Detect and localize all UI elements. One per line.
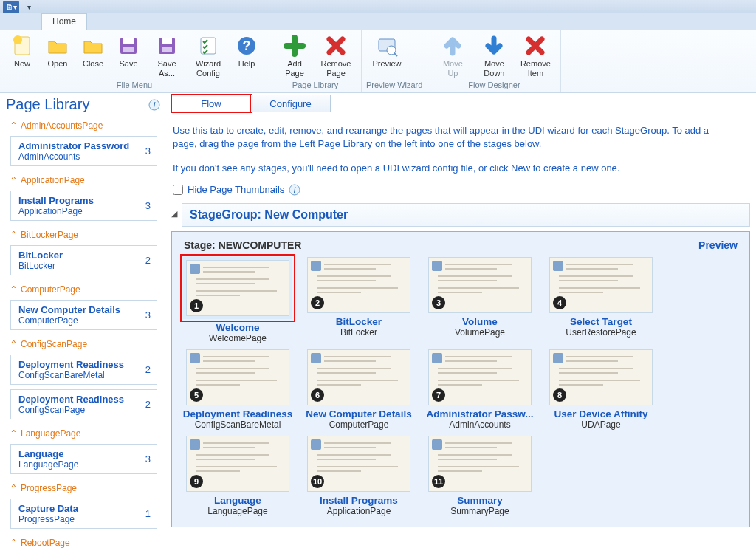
open-button[interactable]: Open xyxy=(40,31,75,81)
stage-page-thumb[interactable]: 6New Computer DetailsComputerPage xyxy=(303,349,414,430)
page-number-badge: 4 xyxy=(553,296,566,309)
wizard-config-button[interactable]: WizardConfig xyxy=(188,31,229,81)
library-group-bitlockerpage[interactable]: BitLockerPage xyxy=(4,225,160,243)
stage-preview-link[interactable]: Preview xyxy=(698,239,738,251)
library-item[interactable]: Install ProgramsApplicationPage3 xyxy=(10,191,157,221)
library-item-title: Deployment Readiness xyxy=(18,394,124,405)
library-group-applicationpage[interactable]: ApplicationPage xyxy=(4,171,160,188)
page-thumb-sub: VolumePage xyxy=(455,327,505,338)
main-area: FlowConfigure Use this tab to create, ed… xyxy=(165,93,756,548)
library-item-sub: ConfigScanPage xyxy=(18,405,124,415)
subtab-configure[interactable]: Configure xyxy=(251,95,331,112)
subtab-flow[interactable]: Flow xyxy=(171,95,251,112)
hide-thumbnails-checkbox[interactable] xyxy=(173,185,183,195)
hide-thumbnails-label[interactable]: Hide Page Thumbnails xyxy=(188,184,284,195)
info-icon[interactable]: i xyxy=(289,184,300,196)
subtab-strip: FlowConfigure xyxy=(171,95,750,112)
info-icon[interactable]: i xyxy=(148,99,160,111)
close-button[interactable]: Close xyxy=(75,31,111,81)
stagegroup-header[interactable]: StageGroup: New Computer xyxy=(182,203,750,227)
page-thumb-title: User Device Affinity xyxy=(554,408,647,419)
library-group-languagepage[interactable]: LanguagePage xyxy=(4,424,160,442)
stagegroup-toggle[interactable]: ◢ xyxy=(171,203,177,219)
page-thumb-sub: SummaryPage xyxy=(450,506,509,516)
ribbon-button-label: SaveAs... xyxy=(157,59,176,78)
library-item[interactable]: Deployment ReadinessConfigScanPage2 xyxy=(10,389,157,419)
stage-page-thumb[interactable]: 2BitLockerBitLocker xyxy=(303,257,414,343)
flow-description-1: Use this tab to create, edit, remove, an… xyxy=(171,112,718,154)
ribbon-group-flow-designer: MoveUpMoveDownRemoveItemFlow Designer xyxy=(427,30,561,92)
app-menu-button[interactable]: 🗎▾ xyxy=(3,1,19,13)
library-item-count: 3 xyxy=(145,453,151,465)
page-number-badge: 6 xyxy=(311,388,324,402)
ribbon-button-label: Save xyxy=(119,59,137,69)
ribbon-button-label: New xyxy=(14,59,30,69)
page-number-badge: 5 xyxy=(190,388,203,402)
page-thumb-title: Administrator Passw... xyxy=(426,408,533,419)
stage-page-thumb[interactable]: 9LanguageLanguagePage xyxy=(182,436,293,516)
library-item-count: 2 xyxy=(145,255,151,266)
ribbon-tab-home[interactable]: Home xyxy=(41,13,87,30)
stage-page-thumb[interactable]: 11SummarySummaryPage xyxy=(425,436,535,516)
svg-rect-8 xyxy=(162,47,172,52)
library-item[interactable]: Capture DataProgressPage1 xyxy=(10,499,157,529)
library-group-progresspage[interactable]: ProgressPage xyxy=(4,479,160,496)
page-thumbnail-preview: 5 xyxy=(186,349,289,405)
folder-icon xyxy=(81,34,105,58)
library-item-count: 2 xyxy=(145,399,151,410)
library-item[interactable]: New Computer DetailsComputerPage3 xyxy=(10,300,157,330)
page-thumbnail-preview: 3 xyxy=(428,257,532,313)
hide-thumbnails-row: Hide Page Thumbnails i xyxy=(171,179,750,203)
flow-description-2: If you don't see any stages, you'll need… xyxy=(171,154,718,179)
stage-page-thumb[interactable]: 7Administrator Passw...AdminAccounts xyxy=(425,349,535,430)
page-thumb-title: Language xyxy=(214,495,261,506)
help-icon: ? xyxy=(235,34,258,58)
library-item-title: Deployment Readiness xyxy=(18,359,124,370)
library-group-configscanpage[interactable]: ConfigScanPage xyxy=(4,335,160,352)
ribbon-button-label: WizardConfig xyxy=(196,59,221,78)
stage-name: Stage: NEWCOMPUTER xyxy=(184,239,301,251)
page-thumb-sub: BitLocker xyxy=(340,327,377,338)
qat-dropdown-button[interactable]: ▾ xyxy=(21,1,37,13)
library-item[interactable]: Administrator PasswordAdminAccounts3 xyxy=(10,136,157,166)
library-group-adminaccountspage[interactable]: AdminAccountsPage xyxy=(4,116,160,134)
move-down-button[interactable]: MoveDown xyxy=(473,31,515,81)
page-thumb-sub: UserRestorePage xyxy=(566,327,636,338)
svg-rect-4 xyxy=(123,38,134,44)
ribbon-button-label: Open xyxy=(48,59,68,69)
library-item[interactable]: LanguageLanguagePage3 xyxy=(10,444,157,474)
stage-page-thumb[interactable]: 4Select TargetUserRestorePage xyxy=(546,257,656,343)
library-group-computerpage[interactable]: ComputerPage xyxy=(4,280,160,298)
page-thumbnail-preview: 2 xyxy=(307,257,410,313)
help-button[interactable]: ?Help xyxy=(229,31,264,81)
page-thumbnail-preview: 10 xyxy=(307,436,410,492)
stage-page-thumb[interactable]: 10Install ProgramsApplicationPage xyxy=(303,436,414,516)
svg-point-2 xyxy=(13,35,22,44)
page-number-badge: 2 xyxy=(311,296,324,309)
library-item[interactable]: BitLockerBitLocker2 xyxy=(10,245,157,275)
library-group-rebootpage[interactable]: RebootPage xyxy=(4,533,160,548)
add-page-button[interactable]: AddPage xyxy=(274,31,315,81)
save-as-button[interactable]: SaveAs... xyxy=(146,31,188,81)
page-thumb-sub: AdminAccounts xyxy=(449,419,510,430)
stage-page-thumb[interactable]: 5Deployment ReadinessConfigScanBareMetal xyxy=(182,349,293,430)
stage-page-thumb[interactable]: 1WelcomeWelcomePage xyxy=(182,257,293,343)
page-number-badge: 9 xyxy=(190,475,203,488)
library-item[interactable]: Deployment ReadinessConfigScanBareMetal2 xyxy=(10,355,157,385)
chevron-down-icon: ▾ xyxy=(27,3,31,11)
save-icon xyxy=(155,34,179,58)
remove-page-button[interactable]: RemovePage xyxy=(315,31,357,81)
stage-page-thumb[interactable]: 3VolumeVolumePage xyxy=(425,257,535,343)
library-item-title: Capture Data xyxy=(18,503,78,514)
save-icon xyxy=(117,34,140,58)
preview-button[interactable]: Preview xyxy=(366,31,408,81)
new-button[interactable]: New xyxy=(4,31,40,81)
ribbon-group-label: File Menu xyxy=(4,81,264,91)
page-library-list[interactable]: AdminAccountsPageAdministrator PasswordA… xyxy=(0,114,165,548)
stage-page-thumb[interactable]: 8User Device AffinityUDAPage xyxy=(546,349,656,430)
remove-item-button[interactable]: RemoveItem xyxy=(515,31,556,81)
svg-line-14 xyxy=(394,53,397,56)
svg-text:?: ? xyxy=(243,38,251,53)
save-button[interactable]: Save xyxy=(111,31,146,81)
library-item-title: New Computer Details xyxy=(18,304,120,315)
